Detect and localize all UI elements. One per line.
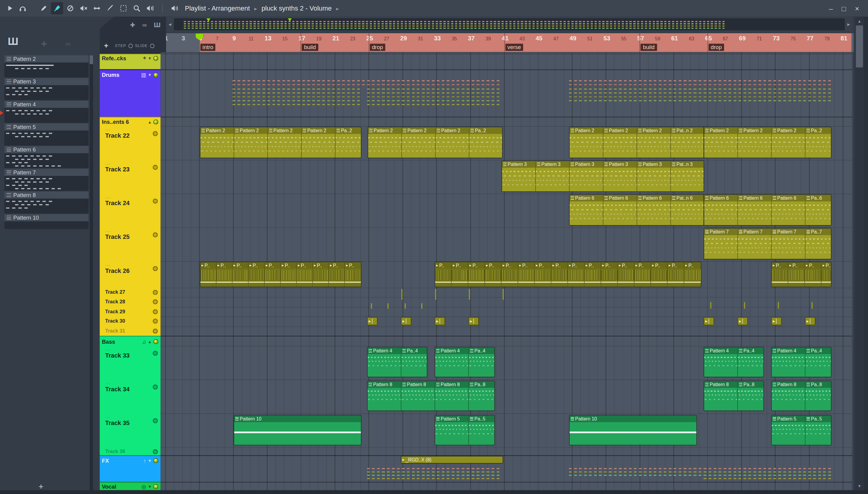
clip-segment[interactable]: Pattern 3 [603,161,637,191]
mini-audio-clip[interactable]: ▸ [401,317,411,325]
clip-segment-header[interactable]: Pa..8 [805,381,831,388]
clip-segment-header[interactable]: Pattern 4 [435,347,468,354]
clip-body[interactable] [668,269,684,287]
clip-segment[interactable]: Pa..2 [335,127,361,157]
clip-segment-header[interactable]: ▸P.. [265,262,280,269]
led-indicator[interactable] [153,319,158,324]
pattern-grid-icon[interactable]: Ш [8,36,18,48]
led-indicator[interactable] [153,385,158,390]
clip-body[interactable] [248,269,264,287]
clip-segment-header[interactable]: ▸P.. [634,262,650,269]
clip-body[interactable] [469,354,494,377]
clip-segment[interactable]: Pattern 6 [704,195,738,225]
clip-body[interactable] [502,168,535,192]
arrangement-marker[interactable]: verse [505,44,523,51]
clip-segment[interactable]: Pattern 5 [772,415,805,444]
clip-body[interactable] [805,235,831,259]
track-track-35[interactable]: ...Track 35 [100,414,161,448]
clip-segment[interactable]: Pattern 2 [268,127,302,157]
track-group-header[interactable]: Vocal◎▼ [100,482,161,490]
clip-segment[interactable]: ▸_RGD..X (8) [402,456,503,463]
clip-segment-header[interactable]: Pattern 4 [368,347,401,354]
clip-body[interactable] [402,134,435,157]
clip-segment[interactable]: Pattern 6 [603,195,637,225]
clip-segment[interactable]: ▸P.. [618,262,634,287]
clip-segment[interactable]: Pattern 2 [200,127,234,157]
clip-segment-header[interactable]: Pattern 7 [704,229,737,235]
clip-segment[interactable]: Pattern 3 [570,161,603,191]
led-indicator[interactable] [153,131,158,136]
play-icon[interactable] [4,3,16,14]
clip-body[interactable] [329,269,344,287]
minimap[interactable] [174,18,845,31]
note-tick-clip[interactable] [503,289,504,300]
scroll-down-icon[interactable]: ▼ [855,482,864,490]
clip-segment-header[interactable]: Pattern 7 [772,229,805,235]
pattern-item-header[interactable]: Pattern 4 [4,101,89,108]
clip-segment[interactable]: Pattern 2 [368,127,402,157]
clip-body[interactable] [313,269,328,287]
clip-segment[interactable]: ▸P.. [601,262,618,287]
track-track-24[interactable]: ...Track 24 [100,194,161,228]
clip-body[interactable] [551,269,567,287]
clip-segment-header[interactable]: Pattern 6 [704,195,737,202]
timeline-ruler[interactable]: 1357911131517192123252729313335373941434… [166,33,853,52]
clip-segment[interactable]: Pattern 8 [368,381,402,411]
note-tick-clip[interactable] [744,302,745,309]
clip--rgd-x-8-[interactable]: ▸_RGD..X (8) [401,456,503,463]
pattern-list-item[interactable]: Pattern 7 [4,169,89,191]
clip-segment[interactable]: ▸P.. [233,262,248,287]
clip-segment-header[interactable]: Pa..2 [335,127,361,134]
clip-body[interactable] [452,269,468,287]
clip-body[interactable] [772,354,805,377]
clip-segment-header[interactable]: ▸P.. [329,262,344,269]
arrangement-marker[interactable]: intro [200,44,216,51]
track-options-dots[interactable]: ... [105,195,111,200]
clip-segment-header[interactable]: Pa..4 [738,347,763,354]
chevron-down-icon[interactable]: ▼ [148,56,152,60]
clip-segment[interactable]: Pattern 4 [368,347,402,377]
clip-segment-header[interactable]: Pattern 6 [772,195,805,202]
pattern-list-scrollbar[interactable] [90,55,93,491]
clip-segment[interactable]: Pa..6 [805,195,831,225]
clip-segment-header[interactable]: Pattern 4 [772,347,805,354]
clip-segment-header[interactable]: Pa..5 [469,415,494,422]
clip-body[interactable] [297,269,312,287]
note-tick-clip[interactable] [812,302,813,309]
scroll-left-icon[interactable]: ◄ [166,17,174,32]
mini-audio-clip[interactable]: ▸ [468,317,479,325]
playlist-grid[interactable]: Pattern 2Pattern 2Pattern 2Pattern 2Pa..… [161,52,853,490]
clip-body[interactable] [738,202,771,225]
clip-segment[interactable]: Pa..2 [805,127,831,157]
clip-segment-header[interactable]: Pattern 10 [234,415,361,422]
clip-segment[interactable]: ▸P.. [216,262,233,287]
note-tick-clip[interactable] [371,303,372,309]
note-tick-clip[interactable] [388,303,389,309]
clip-segment-header[interactable]: ▸P.. [297,262,312,269]
clip-segment[interactable]: Pattern 3 [536,161,570,191]
mini-audio-clip[interactable]: ▸ [435,317,445,325]
grid-icon[interactable]: Ш [154,21,160,29]
led-indicator[interactable] [153,484,159,489]
pattern-item-header[interactable]: Pattern 5 [4,124,89,131]
clip-segment-header[interactable]: ▸P.. [233,262,248,269]
clip-body[interactable] [738,388,763,411]
speaker-play-icon[interactable] [144,2,156,14]
clip-body[interactable] [772,388,805,411]
clip-body[interactable] [570,202,603,225]
mini-audio-clip[interactable]: ▸ [738,317,748,325]
clip-segment[interactable]: Pa..4 [805,347,831,377]
track-track-36[interactable]: Track 36 [100,448,161,455]
clip-segment[interactable]: ▸P.. [535,262,551,287]
clip-segment-header[interactable]: ▸P.. [535,262,551,269]
clip-segment-header[interactable]: ▸P.. [789,262,805,269]
clip-segment-header[interactable]: ▸P.. [468,262,484,269]
clip-body[interactable] [651,269,667,287]
clip-segment[interactable]: Pat..n 6 [671,195,703,225]
clip-body[interactable] [738,235,771,259]
led-indicator[interactable] [153,329,158,334]
pattern-list-item[interactable]: Pattern 10 [4,214,89,229]
clip-segment-header[interactable]: Pattern 6 [637,195,670,202]
clip-segment-header[interactable]: ▸P.. [485,262,501,269]
clip-segment[interactable]: Pa..8 [805,381,831,411]
